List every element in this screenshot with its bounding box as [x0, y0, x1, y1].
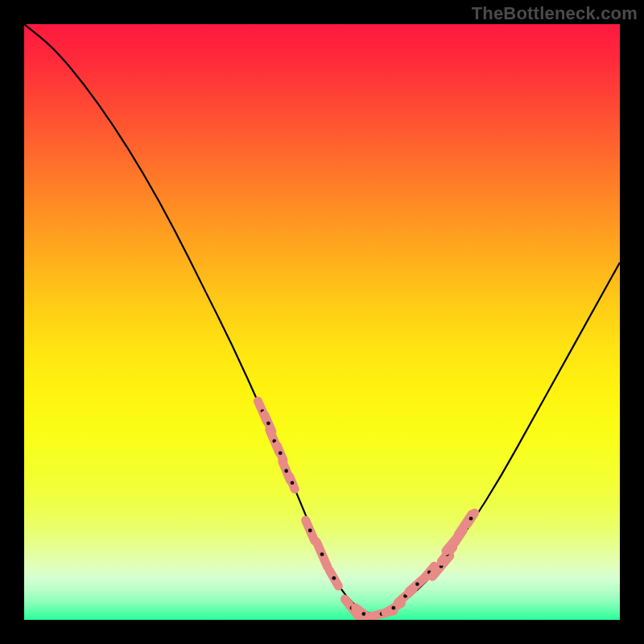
marker-dot: [332, 576, 336, 580]
marker-dot: [320, 552, 324, 556]
marker-dot: [361, 612, 365, 616]
watermark-text: TheBottleneck.com: [472, 3, 638, 24]
marker-dot: [266, 421, 270, 425]
marker-dot: [469, 517, 473, 521]
marker-dot: [284, 469, 288, 473]
curve-layer: [24, 24, 620, 620]
marker-dot: [391, 606, 395, 610]
marker-dot: [291, 481, 295, 485]
marker-dot: [415, 582, 419, 586]
marker-dot: [279, 451, 283, 455]
plot-area: [24, 24, 620, 620]
chart-frame: TheBottleneck.com: [0, 0, 644, 644]
bottleneck-curve: [24, 24, 620, 614]
marker-dot: [308, 529, 312, 533]
curve-markers: [258, 401, 474, 620]
